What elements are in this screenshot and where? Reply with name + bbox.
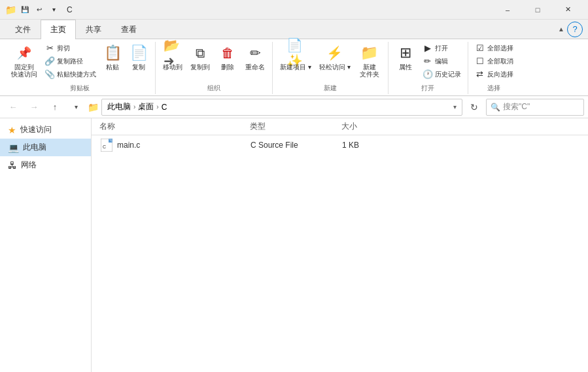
window-title: C [67, 5, 73, 14]
address-dropdown-button[interactable]: ▾ [453, 103, 457, 110]
edit-icon: ✏ [423, 56, 433, 66]
properties-icon: ⊞ [396, 44, 415, 62]
navigation-toolbar: ← → ↑ ▾ 📁 此电脑 › 桌面 › C ▾ ↻ 🔍 搜索"C" [0, 96, 588, 118]
sidebar: ★ 快速访问 💻 此电脑 🖧 网络 [0, 118, 92, 372]
qat-dropdown[interactable]: ▾ [47, 3, 60, 16]
sidebar-quick-access-label: 快速访问 [20, 124, 52, 135]
cut-button[interactable]: ✂ 剪切 [42, 42, 99, 54]
help-button[interactable]: ? [567, 22, 583, 37]
select-group-content: ☑ 全部选择 ☐ 全部取消 ⇄ 反向选择 [472, 42, 516, 80]
qat-undo[interactable]: ↩ [33, 3, 46, 16]
open-label: 打开 [435, 44, 448, 53]
open-small-group: ▶ 打开 ✏ 编辑 🕐 历史记录 [420, 42, 464, 80]
search-placeholder: 搜索"C" [503, 101, 530, 112]
properties-label: 属性 [399, 63, 412, 71]
easy-access-label: 轻松访问 ▾ [319, 63, 351, 71]
ribbon-collapse-button[interactable]: ▲ [558, 25, 567, 33]
address-folder-icon: 📁 [88, 102, 99, 112]
copy-to-label: 复制到 [190, 63, 210, 71]
forward-button[interactable]: → [25, 98, 43, 116]
column-header-type[interactable]: 类型 [250, 121, 341, 132]
up-button[interactable]: ↑ [46, 98, 64, 116]
breadcrumb-pc[interactable]: 此电脑 [107, 101, 131, 112]
minimize-button[interactable]: – [493, 0, 523, 20]
history-button[interactable]: 🕐 历史记录 [420, 68, 464, 80]
history-icon: 🕐 [423, 69, 433, 79]
maximize-button[interactable]: □ [523, 0, 553, 20]
file-name: main.c [117, 141, 140, 150]
invert-select-label: 反向选择 [487, 70, 513, 79]
easy-access-icon: ⚡ [326, 44, 344, 62]
history-label: 历史记录 [435, 70, 461, 79]
recent-locations-button[interactable]: ▾ [67, 98, 85, 116]
invert-select-button[interactable]: ⇄ 反向选择 [472, 68, 516, 80]
new-item-button[interactable]: 📄✨ 新建项目 ▾ [277, 42, 315, 73]
delete-button[interactable]: 🗑 删除 [215, 42, 241, 73]
select-none-button[interactable]: ☐ 全部取消 [472, 55, 516, 67]
column-header-size[interactable]: 大小 [341, 121, 394, 132]
search-box[interactable]: 🔍 搜索"C" [486, 99, 584, 116]
qat-save[interactable]: 💾 [18, 3, 31, 16]
new-group-label: 新建 [277, 82, 384, 93]
select-all-button[interactable]: ☑ 全部选择 [472, 42, 516, 54]
sidebar-item-network[interactable]: 🖧 网络 [0, 156, 91, 174]
edit-button[interactable]: ✏ 编辑 [420, 55, 464, 67]
refresh-button[interactable]: ↻ [465, 98, 483, 116]
rename-button[interactable]: ✏ 重命名 [242, 42, 268, 73]
file-list: 名称 类型 大小 C main.c C Source File 1 KB [92, 118, 588, 372]
file-row[interactable]: C main.c C Source File 1 KB [92, 135, 588, 155]
paste-button[interactable]: 📋 粘贴 [100, 42, 125, 73]
address-bar[interactable]: 此电脑 › 桌面 › C ▾ [101, 99, 462, 116]
open-button[interactable]: ▶ 打开 [420, 42, 464, 54]
new-folder-icon: 📁 [360, 44, 379, 62]
breadcrumb-c[interactable]: C [162, 103, 167, 112]
tab-home[interactable]: 主页 [41, 20, 76, 39]
paste-shortcut-button[interactable]: 📎 粘贴快捷方式 [42, 68, 99, 80]
sidebar-item-this-pc[interactable]: 💻 此电脑 [0, 139, 91, 156]
tab-share[interactable]: 共享 [76, 20, 111, 39]
rename-icon: ✏ [246, 44, 264, 62]
sidebar-item-quick-access[interactable]: ★ 快速访问 [0, 121, 91, 139]
select-small-group: ☑ 全部选择 ☐ 全部取消 ⇄ 反向选择 [472, 42, 516, 80]
ribbon-group-new: 📄✨ 新建项目 ▾ ⚡ 轻松访问 ▾ 📁 新建文件夹 新建 [273, 42, 389, 94]
copy-path-button[interactable]: 🔗 复制路径 [42, 55, 99, 67]
ribbon-group-select: ☑ 全部选择 ☐ 全部取消 ⇄ 反向选择 选择 [468, 42, 520, 94]
paste-shortcut-icon: 📎 [44, 69, 55, 79]
new-item-icon: 📄✨ [286, 44, 305, 62]
copy-label: 复制 [132, 63, 145, 71]
tab-view[interactable]: 查看 [111, 20, 147, 39]
c-source-icon: C [100, 139, 113, 152]
back-button[interactable]: ← [4, 98, 22, 116]
breadcrumb-desktop[interactable]: 桌面 [138, 101, 154, 112]
pin-to-quick-access-button[interactable]: 📌 固定到快速访问 [8, 42, 41, 80]
window-icon: 📁 [5, 5, 16, 15]
select-all-label: 全部选择 [487, 44, 513, 53]
delete-label: 删除 [221, 63, 234, 71]
copy-button[interactable]: 📄 复制 [126, 42, 151, 73]
copy-to-button[interactable]: ⧉ 复制到 [187, 42, 213, 73]
titlebar-left: 📁 💾 ↩ ▾ C [5, 3, 493, 16]
move-to-label: 移动到 [163, 63, 182, 71]
open-group-label: 打开 [392, 82, 464, 93]
breadcrumb-sep-2: › [156, 103, 158, 110]
open-group-content: ⊞ 属性 ▶ 打开 ✏ 编辑 🕐 历史记录 [392, 42, 464, 80]
copy-path-label: 复制路径 [57, 57, 83, 66]
invert-select-icon: ⇄ [475, 69, 485, 79]
properties-button[interactable]: ⊞ 属性 [392, 42, 419, 73]
rename-label: 重命名 [245, 63, 265, 71]
new-folder-button[interactable]: 📁 新建文件夹 [355, 42, 384, 80]
column-header-name[interactable]: 名称 [99, 121, 250, 132]
tab-file[interactable]: 文件 [5, 20, 41, 39]
close-button[interactable]: ✕ [553, 0, 583, 20]
select-all-icon: ☑ [475, 43, 485, 53]
pin-label: 固定到快速访问 [11, 63, 37, 78]
breadcrumb: 此电脑 › 桌面 › C [107, 101, 167, 112]
move-to-button[interactable]: 📂➜ 移动到 [160, 42, 186, 73]
network-icon: 🖧 [8, 160, 17, 171]
cut-icon: ✂ [44, 43, 55, 53]
svg-text:C: C [103, 144, 106, 149]
new-folder-label: 新建文件夹 [360, 63, 379, 78]
ribbon-group-organize: 📂➜ 移动到 ⧉ 复制到 🗑 删除 ✏ 重命名 组织 [156, 42, 273, 94]
open-icon: ▶ [423, 43, 433, 53]
easy-access-button[interactable]: ⚡ 轻松访问 ▾ [316, 42, 354, 73]
